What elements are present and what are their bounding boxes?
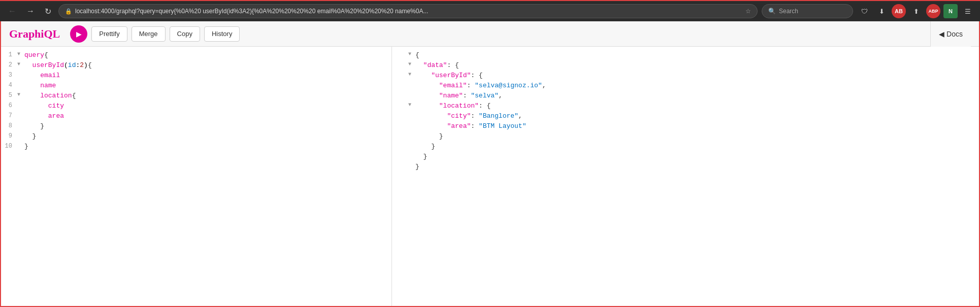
browser-icons: 🛡 ⬇ AB ⬆ ABP N ☰: [857, 4, 975, 18]
code-content-7: area: [24, 112, 391, 120]
result-line-3: ▼ "userById": {: [392, 71, 979, 81]
code-content-1: query{: [24, 51, 391, 59]
code-line-3: 3 email: [1, 71, 391, 81]
back-button[interactable]: ←: [5, 5, 19, 18]
address-bar[interactable]: 🔒 localhost:4000/graphql?query=query{%0A…: [58, 4, 758, 18]
result-content-1: {: [415, 51, 979, 59]
result-panel[interactable]: ▼ { ▼ "data": { ▼ "userById": { "email":: [392, 47, 979, 306]
search-bar[interactable]: 🔍 Search: [762, 4, 853, 18]
code-content-6: city: [24, 102, 391, 110]
result-arrow-6[interactable]: ▼: [408, 102, 415, 108]
result-arrow-1[interactable]: ▼: [408, 51, 415, 57]
code-content-3: email: [24, 72, 391, 79]
result-content-11: }: [415, 153, 979, 160]
result-line-6: ▼ "location": {: [392, 101, 979, 112]
url-text: localhost:4000/graphql?query=query{%0A%2…: [75, 8, 742, 15]
code-line-6: 6 city: [1, 101, 391, 112]
result-line-12: }: [392, 162, 979, 173]
result-line-5: "name": "selva",: [392, 91, 979, 101]
result-content-10: }: [415, 143, 979, 150]
code-line-10: 10 }: [1, 142, 391, 152]
query-panel[interactable]: 1 ▼ query{ 2 ▼ userById(id:2){ 3 email 4: [1, 47, 392, 306]
line-number-8: 8: [1, 122, 17, 129]
result-line-9: }: [392, 132, 979, 142]
shield-icon[interactable]: 🛡: [857, 4, 871, 18]
result-line-1: ▼ {: [392, 51, 979, 61]
download-icon[interactable]: ⬇: [874, 4, 889, 18]
line-number-7: 7: [1, 112, 17, 119]
result-line-4: "email": "selva@signoz.io",: [392, 81, 979, 91]
browser-chrome: ← → ↻ 🔒 localhost:4000/graphql?query=que…: [0, 0, 980, 21]
code-content-2: userById(id:2){: [24, 61, 391, 69]
line-number-9: 9: [1, 132, 17, 140]
result-line-11: }: [392, 152, 979, 162]
share-icon[interactable]: ⬆: [909, 4, 923, 18]
line-number-2: 2: [1, 61, 17, 69]
result-arrow-3[interactable]: ▼: [408, 72, 415, 77]
abp-icon[interactable]: ABP: [926, 4, 940, 18]
result-content-4: "email": "selva@signoz.io",: [415, 82, 979, 89]
forward-button[interactable]: →: [23, 5, 38, 18]
line-number-4: 4: [1, 82, 17, 89]
merge-button[interactable]: Merge: [132, 26, 166, 42]
result-content-3: "userById": {: [415, 72, 979, 79]
code-line-2: 2 ▼ userById(id:2){: [1, 61, 391, 71]
history-button[interactable]: History: [204, 26, 240, 42]
code-content-10: }: [24, 143, 391, 150]
line-number-5: 5: [1, 92, 17, 99]
toggle-arrow-5[interactable]: ▼: [17, 92, 24, 97]
play-button[interactable]: ▶: [70, 25, 87, 43]
result-content-5: "name": "selva",: [415, 92, 979, 99]
avatar-icon[interactable]: AB: [892, 4, 906, 18]
code-line-7: 7 area: [1, 112, 391, 122]
code-line-8: 8 }: [1, 122, 391, 132]
menu-icon[interactable]: ☰: [961, 4, 975, 18]
app-title: GraphiQL: [9, 27, 60, 41]
result-content-2: "data": {: [415, 61, 979, 69]
code-line-9: 9 }: [1, 132, 391, 142]
prettify-button[interactable]: Prettify: [91, 26, 127, 42]
code-line-4: 4 name: [1, 81, 391, 91]
code-content-8: }: [24, 122, 391, 130]
reload-button[interactable]: ↻: [42, 5, 54, 18]
toggle-arrow-1[interactable]: ▼: [17, 51, 24, 57]
copy-button[interactable]: Copy: [170, 26, 200, 42]
result-content-12: }: [415, 163, 979, 170]
bookmark-star-icon[interactable]: ☆: [745, 8, 751, 15]
line-number-1: 1: [1, 51, 17, 58]
toolbar: GraphiQL ▶ Prettify Merge Copy History ◀…: [1, 21, 979, 47]
result-content-6: "location": {: [415, 102, 979, 110]
toggle-arrow-2[interactable]: ▼: [17, 61, 24, 67]
lock-icon: 🔒: [65, 8, 72, 15]
editor-area: 1 ▼ query{ 2 ▼ userById(id:2){ 3 email 4: [1, 47, 979, 306]
result-arrow-2[interactable]: ▼: [408, 61, 415, 67]
result-line-7: "city": "Banglore",: [392, 112, 979, 122]
result-line-8: "area": "BTM Layout": [392, 122, 979, 132]
line-number-10: 10: [1, 143, 17, 150]
result-content-8: "area": "BTM Layout": [415, 122, 979, 130]
code-content-4: name: [24, 82, 391, 89]
code-line-5: 5 ▼ location{: [1, 91, 391, 101]
line-number-3: 3: [1, 72, 17, 79]
code-content-9: }: [24, 132, 391, 140]
result-content-7: "city": "Banglore",: [415, 112, 979, 120]
result-line-10: }: [392, 142, 979, 152]
n-extension-icon[interactable]: N: [943, 4, 958, 18]
code-line-1: 1 ▼ query{: [1, 51, 391, 61]
graphiql-app: GraphiQL ▶ Prettify Merge Copy History ◀…: [0, 21, 980, 307]
line-number-6: 6: [1, 102, 17, 109]
code-content-5: location{: [24, 92, 391, 99]
search-placeholder: Search: [779, 8, 798, 15]
result-content-9: }: [415, 132, 979, 140]
result-line-2: ▼ "data": {: [392, 61, 979, 71]
docs-button[interactable]: ◀ Docs: [930, 21, 971, 47]
search-icon: 🔍: [768, 8, 776, 15]
